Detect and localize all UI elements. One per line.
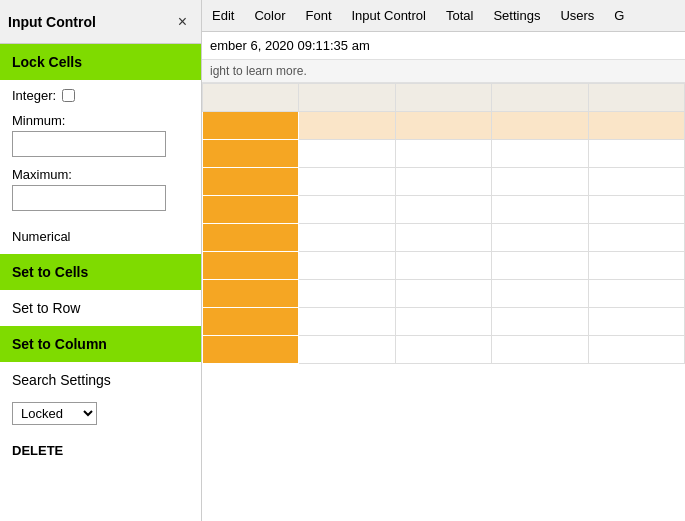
empty-cell[interactable] <box>299 140 395 168</box>
menu-input-control[interactable]: Input Control <box>348 6 430 25</box>
orange-cell[interactable] <box>203 280 299 308</box>
sidebar-item-set-to-cells[interactable]: Set to Cells <box>0 254 201 290</box>
table-row <box>203 252 685 280</box>
info-text: ight to learn more. <box>210 64 307 78</box>
menu-settings[interactable]: Settings <box>489 6 544 25</box>
datetime-bar: ember 6, 2020 09:11:35 am <box>202 32 685 60</box>
empty-cell[interactable] <box>299 252 395 280</box>
integer-checkbox[interactable] <box>62 89 75 102</box>
empty-cell[interactable] <box>492 196 588 224</box>
empty-cell[interactable] <box>395 196 491 224</box>
locked-select[interactable]: Locked Unlocked <box>12 402 97 425</box>
empty-cell[interactable] <box>395 308 491 336</box>
minimum-label: Minmum: <box>12 113 189 128</box>
table-row <box>203 112 685 140</box>
close-button[interactable]: × <box>172 11 193 33</box>
empty-cell[interactable] <box>395 280 491 308</box>
header-cell <box>588 84 684 112</box>
empty-cell[interactable] <box>395 140 491 168</box>
orange-cell[interactable] <box>203 224 299 252</box>
sheet-table <box>202 83 685 364</box>
peach-cell[interactable] <box>395 112 491 140</box>
empty-cell[interactable] <box>588 224 684 252</box>
empty-cell[interactable] <box>492 168 588 196</box>
empty-cell[interactable] <box>395 252 491 280</box>
integer-row: Integer: <box>0 80 201 111</box>
table-header-row <box>203 84 685 112</box>
sidebar-item-set-to-row[interactable]: Set to Row <box>0 290 201 326</box>
orange-cell[interactable] <box>203 308 299 336</box>
empty-cell[interactable] <box>395 336 491 364</box>
peach-cell[interactable] <box>299 112 395 140</box>
empty-cell[interactable] <box>299 308 395 336</box>
sidebar-item-numerical[interactable]: Numerical <box>0 219 201 254</box>
spreadsheet <box>202 83 685 521</box>
empty-cell[interactable] <box>588 336 684 364</box>
table-row <box>203 280 685 308</box>
empty-cell[interactable] <box>299 196 395 224</box>
peach-cell[interactable] <box>492 112 588 140</box>
minimum-input[interactable] <box>12 131 166 157</box>
empty-cell[interactable] <box>492 308 588 336</box>
header-cell <box>203 84 299 112</box>
minimum-group: Minmum: <box>0 111 201 165</box>
empty-cell[interactable] <box>492 252 588 280</box>
table-row <box>203 140 685 168</box>
empty-cell[interactable] <box>299 224 395 252</box>
integer-label: Integer: <box>12 88 56 103</box>
orange-cell[interactable] <box>203 252 299 280</box>
orange-cell[interactable] <box>203 140 299 168</box>
empty-cell[interactable] <box>492 140 588 168</box>
empty-cell[interactable] <box>395 168 491 196</box>
orange-cell[interactable] <box>203 196 299 224</box>
orange-cell[interactable] <box>203 112 299 140</box>
orange-cell[interactable] <box>203 168 299 196</box>
table-row <box>203 308 685 336</box>
menu-g[interactable]: G <box>610 6 628 25</box>
table-row <box>203 168 685 196</box>
empty-cell[interactable] <box>492 280 588 308</box>
sidebar-title: Input Control <box>8 14 96 30</box>
header-cell <box>492 84 588 112</box>
empty-cell[interactable] <box>588 280 684 308</box>
empty-cell[interactable] <box>299 168 395 196</box>
empty-cell[interactable] <box>588 140 684 168</box>
empty-cell[interactable] <box>588 308 684 336</box>
locked-select-row: Locked Unlocked <box>0 398 201 433</box>
info-bar: ight to learn more. <box>202 60 685 83</box>
empty-cell[interactable] <box>492 336 588 364</box>
empty-cell[interactable] <box>588 196 684 224</box>
menu-font[interactable]: Font <box>301 6 335 25</box>
sidebar-item-lock-cells[interactable]: Lock Cells <box>0 44 201 80</box>
main-area: Edit Color Font Input Control Total Sett… <box>202 0 685 521</box>
menu-color[interactable]: Color <box>250 6 289 25</box>
empty-cell[interactable] <box>299 336 395 364</box>
empty-cell[interactable] <box>492 224 588 252</box>
orange-cell[interactable] <box>203 336 299 364</box>
menu-edit[interactable]: Edit <box>208 6 238 25</box>
maximum-label: Maximum: <box>12 167 189 182</box>
empty-cell[interactable] <box>588 252 684 280</box>
menu-users[interactable]: Users <box>556 6 598 25</box>
sidebar: Input Control × Lock Cells Integer: Minm… <box>0 0 202 521</box>
sidebar-item-search-settings[interactable]: Search Settings <box>0 362 201 398</box>
maximum-input[interactable] <box>12 185 166 211</box>
empty-cell[interactable] <box>299 280 395 308</box>
table-row <box>203 196 685 224</box>
table-row <box>203 336 685 364</box>
empty-cell[interactable] <box>395 224 491 252</box>
empty-cell[interactable] <box>588 168 684 196</box>
maximum-group: Maximum: <box>0 165 201 219</box>
datetime-text: ember 6, 2020 09:11:35 am <box>210 38 370 53</box>
sidebar-item-delete[interactable]: DELETE <box>0 433 201 468</box>
sidebar-item-set-to-column[interactable]: Set to Column <box>0 326 201 362</box>
table-row <box>203 224 685 252</box>
peach-cell[interactable] <box>588 112 684 140</box>
sidebar-header: Input Control × <box>0 0 201 44</box>
menu-bar: Edit Color Font Input Control Total Sett… <box>202 0 685 32</box>
menu-total[interactable]: Total <box>442 6 477 25</box>
header-cell <box>299 84 395 112</box>
header-cell <box>395 84 491 112</box>
